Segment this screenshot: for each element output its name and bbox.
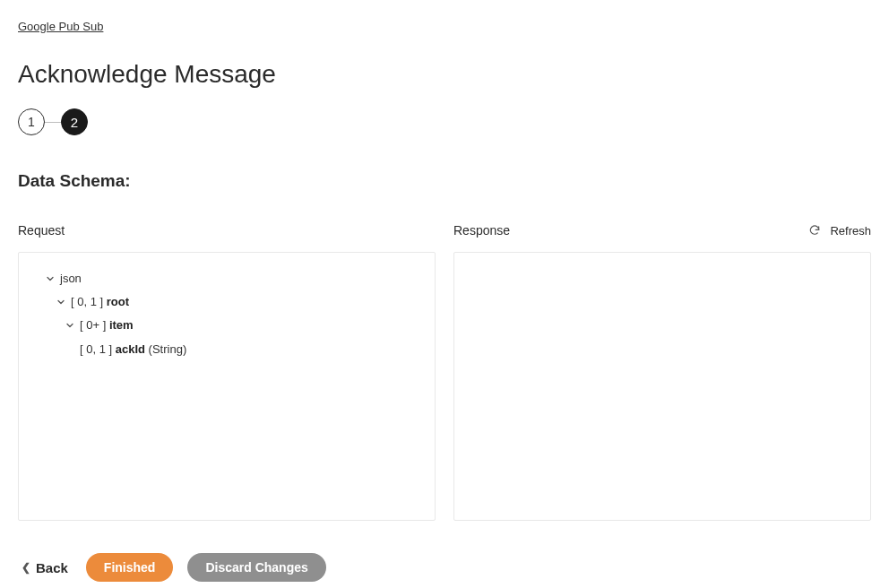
chevron-down-icon[interactable]	[55, 296, 67, 308]
response-label: Response	[453, 223, 510, 238]
back-label: Back	[36, 560, 68, 575]
tree-row-item[interactable]: [ 0+ ] item	[24, 314, 429, 337]
refresh-button[interactable]: Refresh	[808, 224, 871, 238]
chevron-down-icon[interactable]	[64, 319, 76, 332]
chevron-left-icon: ❮	[22, 561, 30, 574]
tree-label: [ 0, 1 ] ackId (String)	[80, 342, 186, 358]
response-panel	[453, 252, 871, 521]
discard-button[interactable]: Discard Changes	[187, 553, 325, 582]
request-panel: json [ 0, 1 ] root [ 0+ ] item [ 0, 1 ] …	[18, 252, 436, 521]
response-column: Response Refresh	[453, 218, 871, 521]
step-1[interactable]: 1	[18, 108, 45, 135]
page-title: Acknowledge Message	[18, 60, 871, 89]
tree-label: [ 0, 1 ] root	[71, 294, 129, 310]
request-column: Request json [ 0, 1 ] root [ 0+ ] item	[18, 218, 436, 521]
footer: ❮ Back Finished Discard Changes	[18, 553, 871, 582]
breadcrumb[interactable]: Google Pub Sub	[18, 20, 103, 33]
tree-row-root[interactable]: [ 0, 1 ] root	[24, 290, 429, 314]
step-connector	[45, 122, 61, 123]
request-header: Request	[18, 218, 436, 243]
request-label: Request	[18, 223, 65, 238]
tree-row-ackid[interactable]: [ 0, 1 ] ackId (String)	[24, 338, 429, 361]
section-title: Data Schema:	[18, 171, 871, 191]
tree-row-json[interactable]: json	[24, 267, 429, 290]
refresh-icon	[808, 224, 821, 237]
schema-wrapper: Request json [ 0, 1 ] root [ 0+ ] item	[18, 218, 871, 521]
tree-label: json	[60, 271, 82, 287]
step-2[interactable]: 2	[61, 108, 88, 135]
back-button[interactable]: ❮ Back	[18, 560, 72, 575]
tree-label: [ 0+ ] item	[80, 317, 134, 333]
chevron-down-icon[interactable]	[44, 272, 56, 285]
refresh-label: Refresh	[830, 224, 871, 238]
response-header: Response Refresh	[453, 218, 871, 243]
finished-button[interactable]: Finished	[86, 553, 174, 582]
stepper: 1 2	[18, 108, 871, 135]
